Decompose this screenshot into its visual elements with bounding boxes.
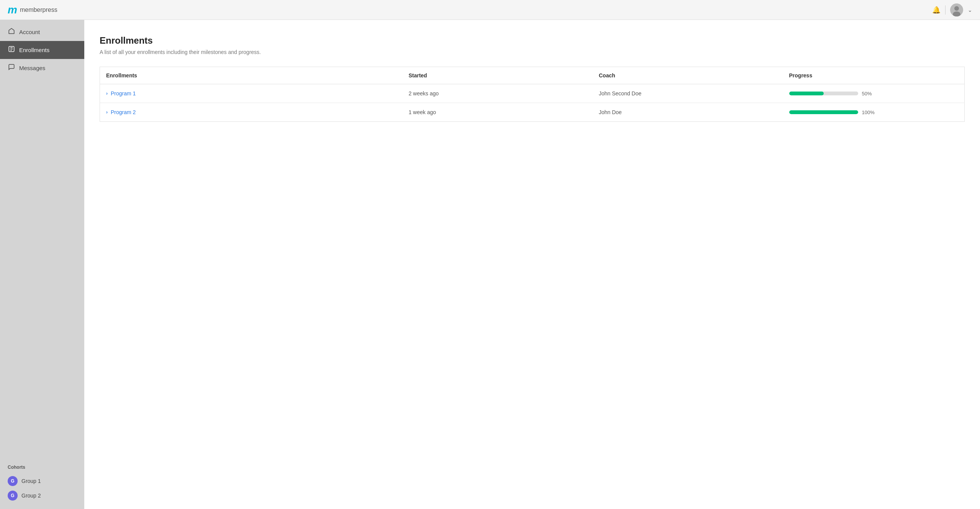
cell-program2-progress: 100% (783, 103, 965, 122)
sidebar-item-account[interactable]: Account (0, 23, 84, 41)
progress-bar-fill-program1 (789, 92, 824, 95)
table-body: › Program 1 2 weeks ago John Second Doe … (100, 84, 965, 122)
cell-program2-coach: John Doe (593, 103, 783, 122)
cohort-label-group1: Group 1 (21, 478, 41, 484)
col-header-started: Started (402, 67, 593, 84)
logo-text: memberpress (20, 7, 57, 13)
svg-point-1 (954, 6, 959, 11)
col-header-enrollments: Enrollments (100, 67, 403, 84)
cohort-item-group2[interactable]: G Group 2 (8, 488, 77, 503)
expand-icon-program2[interactable]: › (106, 110, 108, 115)
page-title: Enrollments (100, 35, 965, 46)
sidebar-item-messages[interactable]: Messages (0, 59, 84, 77)
sidebar-item-enrollments[interactable]: Enrollments (0, 41, 84, 59)
cohort-badge-group1: G (8, 476, 18, 486)
col-header-progress: Progress (783, 67, 965, 84)
cohort-item-group1[interactable]: G Group 1 (8, 474, 77, 488)
cell-program1-name: › Program 1 (100, 84, 403, 103)
header: m memberpress 🔔 ⌄ (0, 0, 980, 20)
expand-icon-program1[interactable]: › (106, 91, 108, 96)
table-header: Enrollments Started Coach Progress (100, 67, 965, 84)
progress-container-program2: 100% (789, 110, 959, 115)
body-layout: Account Enrollments Mes (0, 20, 980, 509)
bell-icon[interactable]: 🔔 (932, 6, 941, 14)
messages-icon (8, 64, 15, 72)
table-row: › Program 2 1 week ago John Doe 100% (100, 103, 965, 122)
sidebar: Account Enrollments Mes (0, 20, 84, 509)
cohort-badge-group2: G (8, 491, 18, 501)
progress-pct-program2: 100% (862, 110, 876, 115)
program2-link[interactable]: › Program 2 (106, 109, 396, 115)
logo-area: m memberpress (8, 4, 57, 16)
cell-program2-started: 1 week ago (402, 103, 593, 122)
cell-program1-started: 2 weeks ago (402, 84, 593, 103)
main-content: Enrollments A list of all your enrollmen… (84, 20, 980, 509)
logo-icon: m (8, 4, 17, 16)
cell-program1-progress: 50% (783, 84, 965, 103)
table-row: › Program 1 2 weeks ago John Second Doe … (100, 84, 965, 103)
header-right: 🔔 ⌄ (932, 3, 972, 16)
page-subtitle: A list of all your enrollments including… (100, 49, 965, 55)
progress-bar-track-program1 (789, 92, 858, 95)
col-header-coach: Coach (593, 67, 783, 84)
enrollments-icon (8, 46, 15, 54)
cohort-label-group2: Group 2 (21, 493, 41, 499)
progress-bar-fill-program2 (789, 110, 858, 114)
avatar[interactable] (950, 3, 963, 16)
sidebar-label-account: Account (19, 29, 40, 35)
cohorts-label: Cohorts (8, 465, 77, 470)
progress-container-program1: 50% (789, 91, 959, 97)
header-divider (945, 5, 946, 15)
sidebar-bottom: Cohorts G Group 1 G Group 2 (0, 458, 84, 509)
program1-link[interactable]: › Program 1 (106, 90, 396, 97)
chevron-down-icon[interactable]: ⌄ (968, 7, 972, 13)
sidebar-label-enrollments: Enrollments (19, 47, 49, 53)
progress-bar-track-program2 (789, 110, 858, 114)
sidebar-label-messages: Messages (19, 65, 45, 71)
sidebar-nav: Account Enrollments Mes (0, 23, 84, 458)
progress-pct-program1: 50% (862, 91, 876, 97)
cell-program1-coach: John Second Doe (593, 84, 783, 103)
enrollments-table: Enrollments Started Coach Progress › Pro… (100, 67, 965, 122)
home-icon (8, 28, 15, 36)
cell-program2-name: › Program 2 (100, 103, 403, 122)
